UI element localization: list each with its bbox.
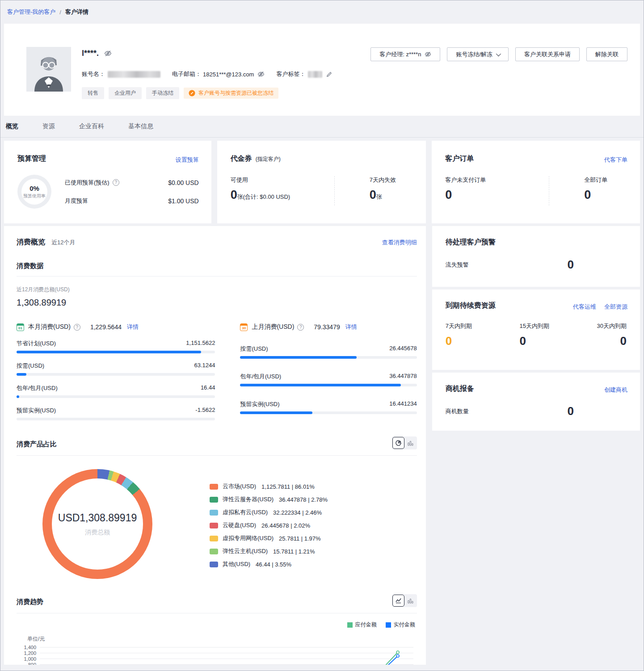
legend-item: 虚拟专用网络(USD) 25.7811 | 1.97%: [210, 534, 328, 542]
opportunity-count-value: 0: [568, 404, 574, 418]
create-opportunity-link[interactable]: 创建商机: [604, 386, 627, 394]
help-icon[interactable]: [297, 324, 304, 331]
renewal-col-30d: 30天内到期 0: [597, 322, 627, 348]
place-order-link[interactable]: 代客下单: [604, 156, 627, 164]
renewal-15d-value: 0: [519, 334, 549, 348]
total-12m-label: 近12月消费总额(USD): [17, 286, 417, 294]
trend-legend-paid[interactable]: 实付金额: [386, 621, 415, 629]
customer-header-card: l****. 账号名： 电子邮箱： 18251***@123.com: [4, 24, 640, 116]
legend-item: 虚拟私有云(USD) 32.222334 | 2.46%: [210, 508, 328, 516]
coupons-expiring-suffix: 张: [376, 193, 382, 200]
pie-chart-toggle-button[interactable]: [392, 437, 404, 449]
chevron-down-icon: [496, 51, 501, 56]
tab-overview[interactable]: 概览: [6, 122, 18, 130]
all-resources-link[interactable]: 全部资源: [604, 303, 627, 311]
customer-masked-name: l****.: [82, 49, 99, 58]
help-icon[interactable]: [74, 324, 80, 331]
legend-label: 云硬盘(USD): [223, 521, 256, 529]
legend-swatch: [386, 622, 391, 628]
coupons-subtitle: (指定客户): [256, 155, 281, 163]
legend-label: 弹性云主机(USD): [223, 547, 268, 555]
last-month-label: 上月消费(USD): [252, 323, 294, 331]
this-month-column: 01 本月消费(USD) 1,229.5644 详情 节省计划(USD) 1,1…: [17, 323, 215, 420]
legend-swatch: [347, 622, 353, 628]
last-month-value: 79.33479: [314, 323, 340, 331]
edit-pencil-icon[interactable]: [326, 71, 333, 78]
renewal-resources-card: 到期待续费资源 代客运维 全部资源 7天内到期 0 15天内到期 0 30天: [432, 289, 640, 370]
budget-usage-ring: 0% 预算使用率: [17, 175, 51, 209]
trend-chart-type-toggle: [392, 594, 417, 607]
bar-label: 包年/包月(USD): [17, 384, 58, 392]
legend-value: 46.44 | 3.55%: [256, 561, 291, 568]
svg-text:1,000: 1,000: [24, 656, 36, 662]
bar-value: 1,151.5622: [186, 340, 215, 348]
renewal-col-15d: 15天内到期 0: [519, 322, 549, 348]
line-chart-toggle-button[interactable]: [392, 595, 404, 607]
renewal-7d-label: 7天内到期: [446, 322, 472, 330]
coupons-available-suffix: 张(合计: $0.00 USD): [237, 193, 290, 200]
divider: [17, 613, 417, 613]
tab-enterprise-wiki[interactable]: 企业百科: [79, 122, 104, 130]
consumption-bar-row: 按需(USD) 63.1244: [17, 362, 215, 376]
help-icon[interactable]: [113, 179, 119, 186]
bar-chart-icon: [407, 598, 413, 604]
alerts-title: 待处理客户预警: [446, 238, 496, 247]
bar-label: 包年/包月(USD): [240, 373, 281, 381]
product-chart-type-toggle: [392, 436, 417, 449]
trend-unit-label: 单位/元: [27, 635, 417, 643]
consumption-bar-row: 包年/包月(USD) 36.447878: [240, 373, 417, 386]
opportunity-count-label: 商机数量: [446, 407, 469, 415]
legend-swatch: [210, 562, 218, 567]
unbind-button[interactable]: 解除关联: [586, 47, 627, 61]
bar-fill: [240, 411, 312, 414]
eye-off-icon[interactable]: [257, 71, 265, 78]
orders-all-label: 全部订单: [584, 176, 607, 184]
breadcrumb-current: 客户详情: [65, 8, 88, 16]
last-month-detail-link[interactable]: 详情: [345, 323, 357, 331]
this-month-detail-link[interactable]: 详情: [127, 323, 139, 331]
legend-swatch: [210, 497, 218, 503]
legend-swatch: [210, 536, 218, 541]
bar-chart-toggle-button[interactable]: [404, 437, 417, 449]
bar-fill: [17, 351, 201, 353]
svg-text:1,200: 1,200: [24, 650, 36, 656]
budget-usage-percent: 0%: [29, 185, 39, 192]
account-name-label: 账号名：: [82, 70, 105, 78]
renewal-title: 到期待续费资源: [446, 301, 496, 310]
breadcrumb-parent-link[interactable]: 客户管理-我的客户: [7, 8, 55, 16]
bar-chart-icon: [407, 440, 413, 446]
breadcrumb: 客户管理-我的客户 / 客户详情: [0, 0, 644, 24]
relation-apply-button[interactable]: 客户关联关系申请: [515, 47, 580, 61]
trend-legend-payable[interactable]: 应付金额: [347, 621, 377, 629]
view-consumption-detail-link[interactable]: 查看消费明细: [382, 239, 417, 247]
legend-value: 15.7811 | 1.21%: [273, 548, 315, 555]
eye-off-icon[interactable]: [104, 50, 112, 57]
bar-value: 36.447878: [389, 373, 417, 381]
consumption-bar-row: 包年/包月(USD) 16.44: [17, 384, 215, 398]
bar-chart-toggle-button[interactable]: [404, 595, 417, 607]
line-chart-icon: [395, 597, 402, 604]
bar-fill: [240, 356, 357, 359]
customer-manager-button[interactable]: 客户经理: z****n: [370, 47, 440, 61]
tab-resources[interactable]: 资源: [42, 122, 55, 130]
tab-basic-info[interactable]: 基本信息: [128, 122, 153, 130]
legend-value: 36.447878 | 2.78%: [279, 496, 328, 503]
legend-swatch: [210, 484, 218, 490]
consumption-overview-card: 消费概览 近12个月 查看消费明细 消费数据 近12月消费总额(USD) 1,3…: [4, 226, 426, 665]
email-value: 18251***@123.com: [203, 71, 254, 78]
trend-legend: 应付金额 实付金额: [17, 621, 417, 629]
legend-label: 弹性云服务器(USD): [223, 495, 274, 503]
eye-off-icon[interactable]: [425, 51, 431, 58]
legend-item: 其他(USD) 46.44 | 3.55%: [210, 560, 328, 568]
budget-used-value: $0.00 USD: [168, 179, 198, 186]
set-budget-link[interactable]: 设置预算: [176, 156, 199, 164]
freeze-unfreeze-label: 账号冻结/解冻: [456, 50, 492, 59]
calendar-icon: 30: [240, 323, 248, 331]
tabbar: 概览 资源 企业百科 基本信息: [0, 116, 644, 138]
this-month-label: 本月消费(USD): [28, 323, 71, 331]
orders-unpaid-label: 客户未支付订单: [445, 176, 549, 184]
bar-value: -1.5622: [195, 407, 215, 415]
freeze-unfreeze-button[interactable]: 账号冻结/解冻: [447, 47, 509, 61]
tag-resale: 转售: [82, 87, 104, 99]
ops-on-behalf-link[interactable]: 代客运维: [573, 303, 596, 311]
